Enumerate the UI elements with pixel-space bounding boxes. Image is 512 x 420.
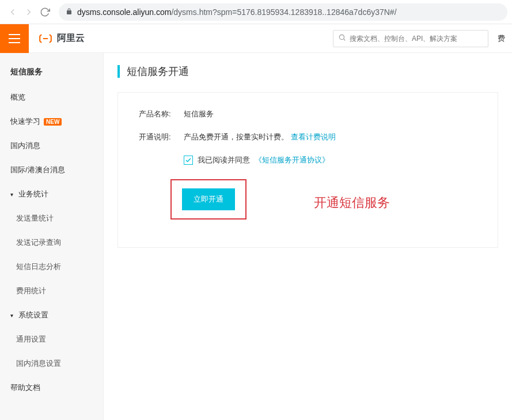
svg-line-4 bbox=[344, 39, 346, 41]
global-search[interactable] bbox=[333, 30, 488, 47]
reload-button[interactable] bbox=[37, 4, 53, 20]
product-value: 短信服务 bbox=[184, 109, 214, 119]
desc-text: 产品免费开通，按量实时计费。 bbox=[184, 133, 289, 141]
main-content: 短信服务开通 产品名称: 短信服务 开通说明: 产品免费开通，按量实时计费。 查… bbox=[104, 53, 512, 420]
sidebar-item-log-analysis[interactable]: 短信日志分析 bbox=[0, 255, 103, 279]
heading-accent-bar bbox=[117, 65, 120, 78]
hamburger-menu-button[interactable] bbox=[0, 24, 29, 53]
agreement-link[interactable]: 《短信服务开通协议》 bbox=[255, 155, 329, 165]
sidebar-item-fee-stats[interactable]: 费用统计 bbox=[0, 279, 103, 303]
desc-value: 产品免费开通，按量实时计费。 查看计费说明 bbox=[184, 132, 336, 142]
back-button[interactable] bbox=[5, 4, 21, 20]
sidebar-item-label: 通用设置 bbox=[16, 334, 46, 345]
sidebar-item-settings[interactable]: ▾ 系统设置 bbox=[0, 303, 103, 327]
sidebar-item-intl-msg[interactable]: 国际/港澳台消息 bbox=[0, 158, 103, 182]
sidebar-item-label: 概览 bbox=[10, 92, 25, 103]
sidebar-item-label: 费用统计 bbox=[16, 286, 46, 296]
sidebar-item-general-settings[interactable]: 通用设置 bbox=[0, 327, 103, 351]
search-icon bbox=[338, 33, 350, 43]
forward-button[interactable] bbox=[21, 4, 37, 20]
header-link-fees[interactable]: 费 bbox=[498, 33, 505, 44]
sidebar-item-stats[interactable]: ▾ 业务统计 bbox=[0, 182, 103, 206]
agree-text: 我已阅读并同意 bbox=[198, 155, 250, 165]
sidebar-item-help-docs[interactable]: 帮助文档 bbox=[0, 376, 103, 400]
agree-checkbox[interactable] bbox=[184, 156, 193, 165]
sidebar-item-quickstart[interactable]: 快速学习 NEW bbox=[0, 109, 103, 134]
billing-link[interactable]: 查看计费说明 bbox=[291, 133, 336, 141]
svg-rect-0 bbox=[9, 34, 20, 35]
chevron-down-icon: ▾ bbox=[10, 191, 16, 198]
desc-label: 开通说明: bbox=[139, 132, 184, 142]
sidebar-item-send-records[interactable]: 发送记录查询 bbox=[0, 230, 103, 255]
svg-point-3 bbox=[339, 35, 344, 39]
svg-rect-2 bbox=[9, 42, 20, 43]
desc-row: 开通说明: 产品免费开通，按量实时计费。 查看计费说明 bbox=[139, 132, 477, 142]
activate-button[interactable]: 立即开通 bbox=[182, 188, 235, 210]
browser-toolbar: dysms.console.aliyun.com/dysms.htm?spm=5… bbox=[0, 0, 512, 24]
page-title: 短信服务开通 bbox=[127, 65, 189, 78]
product-label: 产品名称: bbox=[139, 109, 184, 119]
sidebar: 短信服务 概览 快速学习 NEW 国内消息 国际/港澳台消息 ▾ 业务统计 发送… bbox=[0, 53, 104, 420]
sidebar-item-label: 帮助文档 bbox=[10, 383, 40, 393]
product-row: 产品名称: 短信服务 bbox=[139, 109, 477, 119]
sidebar-item-label: 快速学习 bbox=[10, 116, 40, 127]
new-badge: NEW bbox=[44, 118, 62, 126]
svg-rect-1 bbox=[9, 38, 20, 39]
highlight-box: 立即开通 bbox=[170, 179, 246, 220]
sidebar-item-overview[interactable]: 概览 bbox=[0, 85, 103, 109]
sidebar-item-label: 发送记录查询 bbox=[16, 237, 61, 248]
sidebar-item-label: 国际/港澳台消息 bbox=[10, 165, 65, 175]
annotation-text: 开通短信服务 bbox=[314, 194, 390, 211]
brand-name: 阿里云 bbox=[57, 32, 85, 44]
url-text: dysms.console.aliyun.com/dysms.htm?spm=5… bbox=[77, 7, 397, 17]
activation-card: 产品名称: 短信服务 开通说明: 产品免费开通，按量实时计费。 查看计费说明 我… bbox=[117, 92, 498, 248]
sidebar-item-send-stats[interactable]: 发送量统计 bbox=[0, 206, 103, 230]
sidebar-item-label: 业务统计 bbox=[18, 189, 48, 199]
brand-logo[interactable]: 阿里云 bbox=[37, 31, 85, 47]
agreement-row: 我已阅读并同意 《短信服务开通协议》 bbox=[184, 155, 477, 165]
sidebar-item-label: 系统设置 bbox=[18, 310, 48, 320]
sidebar-item-label: 短信日志分析 bbox=[16, 262, 61, 272]
sidebar-item-domestic-msg[interactable]: 国内消息 bbox=[0, 134, 103, 158]
app-header: 阿里云 费 bbox=[0, 24, 512, 53]
address-bar[interactable]: dysms.console.aliyun.com/dysms.htm?spm=5… bbox=[59, 3, 507, 21]
chevron-down-icon: ▾ bbox=[10, 312, 16, 319]
lock-icon bbox=[66, 7, 73, 17]
check-icon bbox=[185, 157, 192, 164]
sidebar-title: 短信服务 bbox=[0, 59, 103, 85]
sidebar-item-label: 发送量统计 bbox=[16, 213, 54, 224]
search-input[interactable] bbox=[350, 35, 483, 43]
sidebar-item-label: 国内消息设置 bbox=[16, 358, 61, 369]
sidebar-item-domestic-settings[interactable]: 国内消息设置 bbox=[0, 351, 103, 376]
sidebar-item-label: 国内消息 bbox=[10, 141, 40, 151]
page-heading: 短信服务开通 bbox=[104, 53, 512, 92]
